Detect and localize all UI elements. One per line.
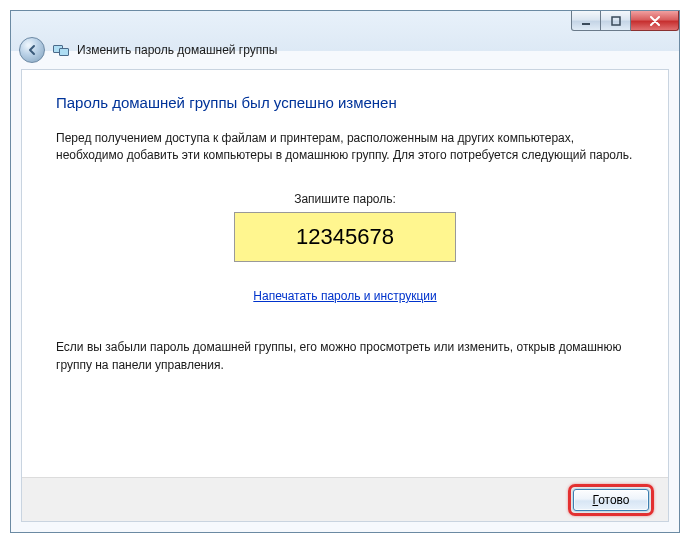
close-button[interactable] <box>631 11 679 31</box>
done-highlight: Готово <box>568 484 654 516</box>
password-display: 12345678 <box>234 212 456 262</box>
done-label: отово <box>598 493 629 507</box>
password-label: Запишите пароль: <box>56 191 634 208</box>
bottom-bar: Готово <box>22 477 668 521</box>
content-area: Пароль домашней группы был успешно измен… <box>22 70 668 477</box>
homegroup-icon <box>53 42 69 58</box>
footer-text: Если вы забыли пароль домашней группы, е… <box>56 339 634 374</box>
svg-rect-1 <box>612 17 620 25</box>
titlebar <box>11 11 679 33</box>
svg-rect-0 <box>582 23 590 25</box>
back-button[interactable] <box>19 37 45 63</box>
maximize-button[interactable] <box>601 11 631 31</box>
page-heading: Пароль домашней группы был успешно измен… <box>56 92 634 114</box>
print-link-row: Напечатать пароль и инструкции <box>56 288 634 305</box>
print-password-link[interactable]: Напечатать пароль и инструкции <box>253 289 436 303</box>
caption-controls <box>571 11 679 31</box>
header-title: Изменить пароль домашней группы <box>77 43 277 57</box>
minimize-button[interactable] <box>571 11 601 31</box>
dialog-shadow: Изменить пароль домашней группы Пароль д… <box>0 0 692 545</box>
intro-text: Перед получением доступа к файлам и прин… <box>56 130 634 165</box>
wizard-window: Изменить пароль домашней группы Пароль д… <box>10 10 680 533</box>
nav-row: Изменить пароль домашней группы <box>11 33 679 67</box>
done-button[interactable]: Готово <box>573 489 649 511</box>
body-panel: Пароль домашней группы был успешно измен… <box>21 69 669 522</box>
arrow-left-icon <box>25 43 39 57</box>
